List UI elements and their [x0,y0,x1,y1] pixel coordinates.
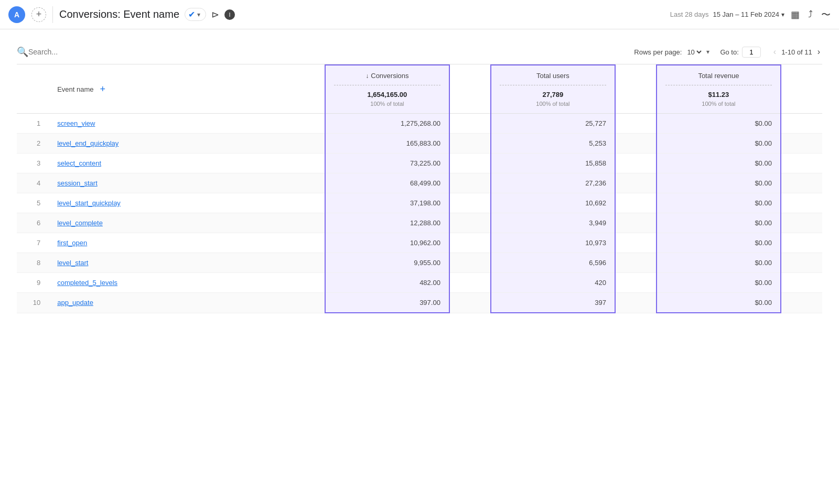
total-revenue-cell: $0.00 [657,134,781,154]
total-users-cell: 6,596 [491,253,615,273]
event-link[interactable]: session_start [57,179,98,187]
row-num-header [17,65,49,114]
row-number: 6 [17,213,49,233]
info-badge[interactable]: I [224,9,235,20]
total-users-cell: 15,858 [491,154,615,173]
search-input[interactable] [28,48,634,56]
event-name-cell: level_complete [49,213,270,233]
share-icon[interactable]: ⤴ [808,9,813,20]
event-link[interactable]: first_open [57,239,87,247]
add-button[interactable]: + [31,7,46,22]
spacer-header4 [781,65,822,114]
spacer-cell3 [615,293,657,313]
event-name-cell: app_update [49,293,270,313]
rows-per-page-select[interactable]: 10 25 50 [685,48,703,57]
row-number: 5 [17,193,49,213]
spacer-cell [270,253,325,273]
add-column-button[interactable]: + [98,84,108,95]
prev-page-button[interactable]: ‹ [771,46,778,58]
event-link[interactable]: select_content [57,159,101,167]
spacer-cell4 [781,154,822,173]
event-link[interactable]: completed_5_levels [57,279,117,287]
table-row: 6 level_complete 12,288.00 3,949 $0.00 [17,213,822,233]
conversions-cell: 1,275,268.00 [325,114,449,134]
main-content: 🔍 Rows per page: 10 25 50 ▾ Go to: ‹ 1-1… [0,29,839,504]
spacer-cell2 [449,253,491,273]
date-label: Last 28 days [670,10,709,18]
table-row: 8 level_start 9,955.00 6,596 $0.00 [17,253,822,273]
spacer-cell [270,233,325,253]
chevron-down-icon: ▾ [197,11,200,18]
status-badge[interactable]: ✔ ▾ [185,8,206,21]
rows-chevron-icon: ▾ [706,48,709,56]
total-revenue-header: Total revenue $11.23 100% of total [657,65,781,114]
spacer-cell [270,193,325,213]
event-link[interactable]: level_end_quickplay [57,139,119,147]
conversions-cell: 9,955.00 [325,253,449,273]
event-link[interactable]: level_complete [57,219,103,227]
date-range-value: 15 Jan – 11 Feb 2024 [713,10,780,18]
avatar[interactable]: A [8,6,25,23]
spacer-cell4 [781,193,822,213]
total-revenue-cell: $0.00 [657,193,781,213]
spacer-cell4 [781,134,822,154]
spacer-cell [270,173,325,193]
spacer-cell3 [615,134,657,154]
spacer-cell [270,154,325,173]
spacer-cell4 [781,253,822,273]
vertical-divider [52,6,53,23]
spacer-cell4 [781,273,822,293]
chart-icon[interactable]: ▦ [791,9,800,20]
event-name-cell: first_open [49,233,270,253]
go-to-label: Go to: [720,48,738,56]
rows-per-page-control: Rows per page: 10 25 50 ▾ [634,48,709,57]
spacer-cell3 [615,233,657,253]
conversions-cell: 73,225.00 [325,154,449,173]
date-picker[interactable]: 15 Jan – 11 Feb 2024 ▾ [713,10,785,18]
event-link[interactable]: screen_view [57,119,95,127]
spacer-header2 [449,65,491,114]
event-name-header: Event name + [49,65,270,114]
total-users-cell: 5,253 [491,134,615,154]
total-users-cell: 397 [491,293,615,313]
pagination: ‹ 1-10 of 11 › [771,46,822,58]
row-number: 3 [17,154,49,173]
search-icon: 🔍 [17,46,28,58]
spacer-cell4 [781,114,822,134]
spacer-cell3 [615,253,657,273]
conversions-cell: 37,198.00 [325,193,449,213]
event-name-cell: session_start [49,173,270,193]
table-row: 7 first_open 10,962.00 10,973 $0.00 [17,233,822,253]
spacer-cell3 [615,213,657,233]
spacer-cell2 [449,213,491,233]
conversions-cell: 397.00 [325,293,449,313]
spacer-cell3 [615,193,657,213]
chevron-down-icon: ▾ [781,11,784,18]
row-number: 1 [17,114,49,134]
spacer-cell3 [615,114,657,134]
table-header-row: Event name + ↓ Conversions 1,654,165.00 [17,65,822,114]
top-bar: A + Conversions: Event name ✔ ▾ ⊳ I Last… [0,0,839,29]
total-users-cell: 3,949 [491,213,615,233]
total-revenue-cell: $0.00 [657,213,781,233]
next-page-button[interactable]: › [815,46,822,58]
spacer-cell2 [449,154,491,173]
event-name-cell: completed_5_levels [49,273,270,293]
rows-per-page-label: Rows per page: [634,48,682,56]
filter-icon[interactable]: ⊳ [211,9,219,20]
event-name-cell: level_start_quickplay [49,193,270,213]
check-icon: ✔ [188,9,195,19]
trend-icon[interactable]: 〜 [821,8,831,21]
event-link[interactable]: level_start_quickplay [57,199,121,207]
spacer-cell3 [615,173,657,193]
spacer-cell4 [781,233,822,253]
spacer-cell2 [449,114,491,134]
table-row: 9 completed_5_levels 482.00 420 $0.00 [17,273,822,293]
pagination-text: 1-10 of 11 [781,48,812,56]
total-users-cell: 27,236 [491,173,615,193]
row-number: 10 [17,293,49,313]
go-to-input[interactable] [742,47,761,58]
event-link[interactable]: app_update [57,299,93,306]
search-row: 🔍 Rows per page: 10 25 50 ▾ Go to: ‹ 1-1… [17,40,822,64]
event-link[interactable]: level_start [57,259,88,267]
